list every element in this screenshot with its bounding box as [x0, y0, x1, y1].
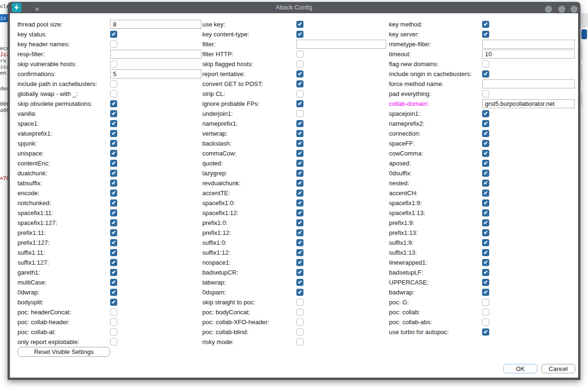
checkbox[interactable] [482, 160, 489, 167]
checkbox[interactable] [110, 269, 117, 276]
checkbox[interactable] [110, 120, 117, 127]
checkbox[interactable] [110, 239, 117, 246]
checkbox[interactable] [482, 239, 489, 246]
checkbox[interactable] [110, 130, 117, 137]
checkbox[interactable] [110, 31, 117, 38]
checkbox[interactable] [482, 60, 489, 68]
text-input[interactable] [482, 99, 575, 108]
text-input[interactable] [110, 69, 201, 78]
checkbox[interactable] [110, 110, 117, 117]
checkbox[interactable] [296, 209, 303, 216]
checkbox[interactable] [296, 289, 303, 296]
checkbox[interactable] [482, 110, 489, 117]
checkbox[interactable] [482, 199, 489, 207]
checkbox[interactable] [110, 80, 117, 87]
checkbox[interactable] [482, 259, 489, 266]
checkbox[interactable] [296, 70, 303, 78]
checkbox[interactable] [482, 130, 489, 137]
checkbox[interactable] [482, 120, 489, 127]
checkbox[interactable] [110, 338, 117, 345]
checkbox[interactable] [296, 249, 303, 256]
checkbox[interactable] [296, 239, 303, 246]
checkbox[interactable] [110, 180, 117, 187]
checkbox[interactable] [296, 279, 303, 286]
checkbox[interactable] [296, 180, 303, 187]
checkbox[interactable] [296, 319, 303, 326]
checkbox[interactable] [296, 309, 303, 316]
checkbox[interactable] [296, 120, 303, 127]
checkbox[interactable] [482, 309, 489, 316]
checkbox[interactable] [296, 259, 303, 266]
checkbox[interactable] [296, 199, 303, 207]
checkbox[interactable] [482, 279, 489, 286]
checkbox[interactable] [482, 90, 489, 97]
checkbox[interactable] [110, 41, 117, 48]
text-input[interactable] [482, 79, 575, 88]
checkbox[interactable] [482, 299, 489, 306]
checkbox[interactable] [296, 328, 303, 336]
checkbox[interactable] [110, 319, 117, 326]
text-input[interactable] [110, 50, 201, 59]
checkbox[interactable] [296, 190, 303, 197]
checkbox[interactable] [110, 150, 117, 157]
checkbox[interactable] [482, 170, 489, 177]
cancel-button[interactable]: Cancel [541, 364, 575, 373]
checkbox[interactable] [110, 100, 117, 107]
text-input[interactable] [482, 50, 575, 59]
checkbox[interactable] [482, 319, 489, 326]
checkbox[interactable] [296, 90, 303, 97]
checkbox[interactable] [296, 150, 303, 157]
checkbox[interactable] [110, 299, 117, 306]
checkbox[interactable] [296, 80, 303, 87]
checkbox[interactable] [110, 259, 117, 266]
checkbox[interactable] [110, 90, 117, 97]
minimize-button[interactable] [545, 6, 552, 13]
checkbox[interactable] [296, 219, 303, 226]
checkbox[interactable] [296, 160, 303, 167]
reset-visible-settings-button[interactable]: Reset Visible Settings [17, 347, 110, 357]
checkbox[interactable] [482, 140, 489, 147]
checkbox[interactable] [296, 140, 303, 147]
checkbox[interactable] [110, 160, 117, 167]
checkbox[interactable] [110, 249, 117, 256]
checkbox[interactable] [110, 60, 117, 68]
checkbox[interactable] [110, 170, 117, 177]
checkbox[interactable] [482, 269, 489, 276]
checkbox[interactable] [296, 51, 303, 58]
checkbox[interactable] [482, 289, 489, 296]
checkbox[interactable] [482, 229, 489, 236]
checkbox[interactable] [296, 170, 303, 177]
titlebar[interactable]: Attack Config [8, 2, 580, 13]
checkbox[interactable] [296, 110, 303, 117]
checkbox[interactable] [296, 130, 303, 137]
checkbox[interactable] [110, 309, 117, 316]
checkbox[interactable] [110, 140, 117, 147]
checkbox[interactable] [482, 190, 489, 197]
checkbox[interactable] [296, 31, 303, 38]
text-input[interactable] [110, 20, 201, 29]
checkbox[interactable] [482, 328, 489, 336]
checkbox[interactable] [110, 199, 117, 207]
text-input[interactable] [482, 40, 575, 49]
checkbox[interactable] [110, 229, 117, 236]
text-input[interactable] [296, 40, 386, 49]
checkbox[interactable] [482, 209, 489, 216]
checkbox[interactable] [296, 299, 303, 306]
checkbox[interactable] [110, 289, 117, 296]
checkbox[interactable] [482, 180, 489, 187]
close-button[interactable] [571, 6, 578, 13]
checkbox[interactable] [482, 219, 489, 226]
checkbox[interactable] [296, 229, 303, 236]
checkbox[interactable] [110, 279, 117, 286]
checkbox[interactable] [296, 21, 303, 28]
checkbox[interactable] [110, 209, 117, 216]
checkbox[interactable] [296, 269, 303, 276]
checkbox[interactable] [482, 150, 489, 157]
checkbox[interactable] [482, 70, 489, 78]
checkbox[interactable] [296, 100, 303, 107]
checkbox[interactable] [296, 60, 303, 68]
checkbox[interactable] [482, 21, 489, 28]
ok-button[interactable]: OK [503, 364, 537, 373]
checkbox[interactable] [110, 328, 117, 336]
checkbox[interactable] [482, 249, 489, 256]
